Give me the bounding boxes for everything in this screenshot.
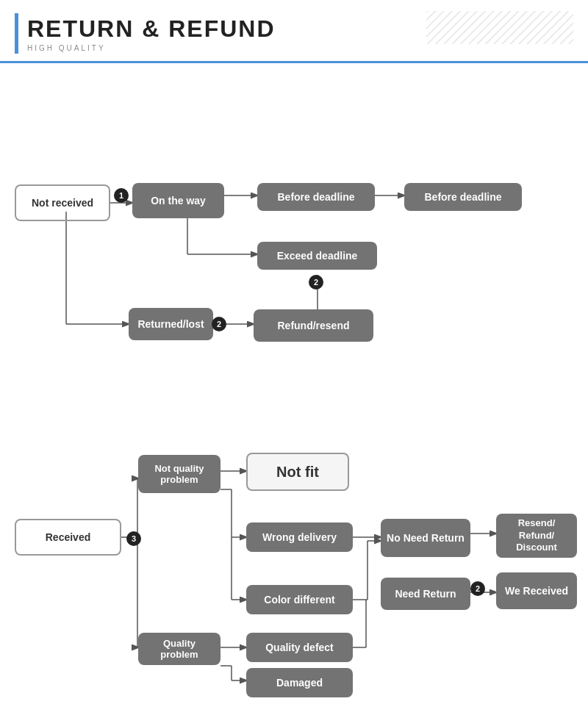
- badge-3: 3: [126, 531, 141, 546]
- header-subtitle: HIGH QUALITY: [27, 44, 276, 52]
- box-not-received: Not received: [15, 184, 110, 221]
- box-refund-resend: Refund/resend: [254, 309, 373, 342]
- box-quality-problem: Quality problem: [138, 633, 220, 665]
- box-received: Received: [15, 519, 121, 556]
- svg-rect-1: [426, 11, 573, 44]
- box-quality-defect: Quality defect: [246, 633, 353, 662]
- box-color-different: Color different: [246, 585, 353, 614]
- badge-2b: 2: [212, 317, 226, 331]
- box-on-the-way: On the way: [132, 183, 224, 218]
- box-returned-lost: Returned/lost: [129, 308, 213, 340]
- header-pattern: [426, 11, 573, 44]
- page-container: RETURN & REFUND HIGH QUALITY: [0, 0, 588, 704]
- box-before-deadline-1: Before deadline: [257, 183, 375, 211]
- box-we-received: We Received: [496, 572, 577, 609]
- box-not-quality-problem: Not qualityproblem: [138, 455, 220, 493]
- header: RETURN & REFUND HIGH QUALITY: [0, 0, 588, 63]
- badge-2c: 2: [470, 581, 485, 596]
- box-not-fit: Not fit: [246, 453, 349, 491]
- box-no-need-return: No Need Return: [381, 519, 470, 557]
- header-bar: [15, 13, 18, 54]
- section1-not-received: 1 Not received On the way Before deadlin…: [15, 85, 573, 364]
- box-before-deadline-2: Before deadline: [404, 183, 522, 211]
- box-damaged: Damaged: [246, 668, 353, 697]
- section2-received: Received 3 Not qualityproblem Quality pr…: [15, 376, 573, 699]
- header-text: RETURN & REFUND HIGH QUALITY: [27, 15, 276, 52]
- box-exceed-deadline: Exceed deadline: [257, 242, 377, 270]
- badge-2a: 2: [309, 275, 323, 290]
- box-need-return: Need Return: [381, 578, 470, 610]
- box-resend-refund-discount: Resend/Refund/Discount: [496, 514, 577, 558]
- badge-1: 1: [114, 188, 129, 203]
- header-title: RETURN & REFUND: [27, 15, 276, 43]
- box-wrong-delivery: Wrong delivery: [246, 522, 353, 552]
- diagram-area: 1 Not received On the way Before deadlin…: [0, 63, 588, 704]
